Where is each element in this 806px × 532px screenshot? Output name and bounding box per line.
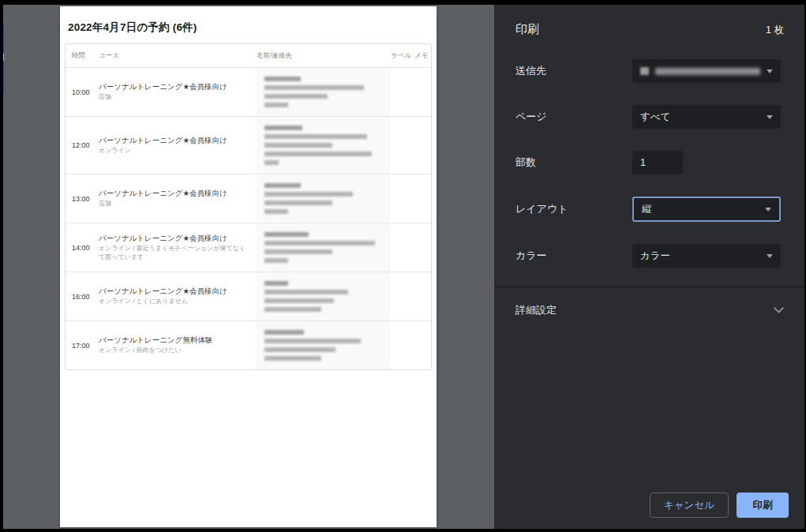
course-title: パーソナルトレーニング★会員様向け xyxy=(99,82,249,92)
more-settings-label: 詳細設定 xyxy=(515,303,557,317)
table-row: 16:00 パーソナルトレーニング★会員様向け オンライン / とくにありません xyxy=(66,272,431,321)
pages-select[interactable]: すべて xyxy=(632,105,781,129)
dialog-title: 印刷 xyxy=(515,22,539,37)
course-title: パーソナルトレーニング★会員様向け xyxy=(99,136,249,145)
chevron-down-icon xyxy=(767,115,773,119)
background-page-fragment xyxy=(3,54,4,61)
reservation-time: 14:00 xyxy=(72,244,99,252)
printer-icon xyxy=(640,67,649,75)
column-header-contact: 名前/連絡先 xyxy=(257,51,391,61)
course-title: パーソナルトレーニング無料体験 xyxy=(99,335,249,345)
redacted-text-line xyxy=(264,143,332,148)
redacted-text-line xyxy=(264,339,361,343)
course-title: パーソナルトレーニング★会員様向け xyxy=(99,234,249,243)
column-header-label: ラベル xyxy=(391,51,414,61)
redacted-text-line xyxy=(264,258,288,263)
copies-label: 部数 xyxy=(515,155,632,170)
table-row: 14:00 パーソナルトレーニング★会員様向け オンライン / 最近うまくモチベ… xyxy=(66,223,431,272)
course-note: オンライン xyxy=(99,147,249,155)
table-row: 10:00 パーソナルトレーニング★会員様向け 店舗 xyxy=(66,68,431,117)
table-header-row: 時間 コース 名前/連絡先 ラベル メモ xyxy=(66,44,431,68)
column-header-memo: メモ xyxy=(414,51,432,61)
redacted-text-line xyxy=(264,94,328,99)
redacted-text-line xyxy=(264,290,348,294)
reservation-course: パーソナルトレーニング★会員様向け 店舗 xyxy=(99,189,257,208)
table-row: 17:00 パーソナルトレーニング無料体験 オンライン / 筋肉をつけたい xyxy=(66,321,431,369)
reservation-course: パーソナルトレーニング★会員様向け オンライン xyxy=(99,136,257,155)
pages-label: ページ xyxy=(515,110,632,124)
redacted-text-line xyxy=(264,200,332,205)
contact-redacted xyxy=(257,321,391,369)
redacted-text-line xyxy=(264,77,301,81)
divider xyxy=(494,287,804,287)
print-preview-page: 2022年4月7日の予約 (6件) 時間 コース 名前/連絡先 ラベル メモ 1… xyxy=(60,6,437,527)
course-note: 店舗 xyxy=(99,93,249,102)
print-button[interactable]: 印刷 xyxy=(737,493,789,518)
redacted-text-line xyxy=(264,192,353,197)
course-note: 店舗 xyxy=(99,200,249,208)
reservation-time: 10:00 xyxy=(72,88,99,96)
color-value: カラー xyxy=(640,249,767,263)
redacted-text-line xyxy=(264,330,304,335)
reservation-time: 12:00 xyxy=(72,141,99,149)
reservation-course: パーソナルトレーニング★会員様向け 店舗 xyxy=(99,82,257,102)
course-note: オンライン / 筋肉をつけたい xyxy=(99,347,249,355)
contact-redacted xyxy=(257,117,391,174)
course-note: オンライン / 最近うまくモチベーションが保てなくて困っています xyxy=(99,245,249,261)
redacted-text-line xyxy=(264,85,364,90)
redacted-text-line xyxy=(264,307,321,312)
redacted-text-line xyxy=(264,126,302,130)
page-title: 2022年4月7日の予約 (6件) xyxy=(65,21,432,35)
contact-redacted xyxy=(257,272,391,320)
reservation-time: 17:00 xyxy=(72,342,99,350)
redacted-text-line xyxy=(264,347,336,352)
layout-select[interactable]: 縦 xyxy=(632,197,781,222)
chevron-down-icon xyxy=(767,254,773,258)
color-label: カラー xyxy=(515,249,632,263)
column-header-course: コース xyxy=(99,51,257,61)
color-select[interactable]: カラー xyxy=(632,244,781,268)
sheet-count: 1 枚 xyxy=(766,24,784,37)
column-header-time: 時間 xyxy=(72,51,99,61)
chevron-down-icon xyxy=(767,69,773,73)
course-note: オンライン / とくにありません xyxy=(99,298,249,306)
more-settings-toggle[interactable]: 詳細設定 xyxy=(515,287,784,317)
print-settings-panel: 印刷 1 枚 送信先 ページ すべて 部数 レイアウト 縦 xyxy=(494,5,804,529)
cancel-button[interactable]: キャンセル xyxy=(650,493,729,518)
redacted-text-line xyxy=(264,183,301,188)
layout-label: レイアウト xyxy=(515,202,632,216)
redacted-text-line xyxy=(264,152,372,156)
redacted-text-line xyxy=(264,103,288,107)
print-preview-backdrop: 2022年4月7日の予約 (6件) 時間 コース 名前/連絡先 ラベル メモ 1… xyxy=(3,5,494,529)
redacted-text-line xyxy=(264,134,367,139)
print-dialog-window: 2022年4月7日の予約 (6件) 時間 コース 名前/連絡先 ラベル メモ 1… xyxy=(3,5,804,529)
contact-redacted xyxy=(257,223,391,272)
reservation-course: パーソナルトレーニング無料体験 オンライン / 筋肉をつけたい xyxy=(99,335,257,355)
contact-redacted xyxy=(257,68,391,116)
layout-value: 縦 xyxy=(642,203,765,216)
reservation-time: 16:00 xyxy=(72,293,99,301)
redacted-text-line xyxy=(264,209,288,214)
redacted-text-line xyxy=(264,298,334,303)
chevron-down-icon xyxy=(765,208,771,212)
course-title: パーソナルトレーニング★会員様向け xyxy=(99,287,249,296)
table-row: 13:00 パーソナルトレーニング★会員様向け 店舗 xyxy=(66,174,431,223)
redacted-text-line xyxy=(264,232,309,237)
destination-select[interactable] xyxy=(632,59,781,83)
course-title: パーソナルトレーニング★会員様向け xyxy=(99,189,249,198)
pages-value: すべて xyxy=(640,111,767,124)
redacted-text-line xyxy=(264,281,288,286)
reservation-course: パーソナルトレーニング★会員様向け オンライン / とくにありません xyxy=(99,287,257,306)
copies-input[interactable] xyxy=(632,151,683,174)
redacted-text-line xyxy=(264,249,332,254)
reservation-course: パーソナルトレーニング★会員様向け オンライン / 最近うまくモチベーションが保… xyxy=(99,234,257,261)
redacted-text-line xyxy=(264,160,279,165)
redacted-text-line xyxy=(264,356,321,361)
reservation-table: 時間 コース 名前/連絡先 ラベル メモ 10:00 パーソナルトレーニング★会… xyxy=(65,43,432,370)
chevron-down-icon xyxy=(774,307,784,313)
destination-label: 送信先 xyxy=(515,64,632,78)
reservation-time: 13:00 xyxy=(72,195,99,203)
table-row: 12:00 パーソナルトレーニング★会員様向け オンライン xyxy=(66,117,431,174)
contact-redacted xyxy=(257,174,391,223)
printer-name-redacted xyxy=(655,68,760,75)
